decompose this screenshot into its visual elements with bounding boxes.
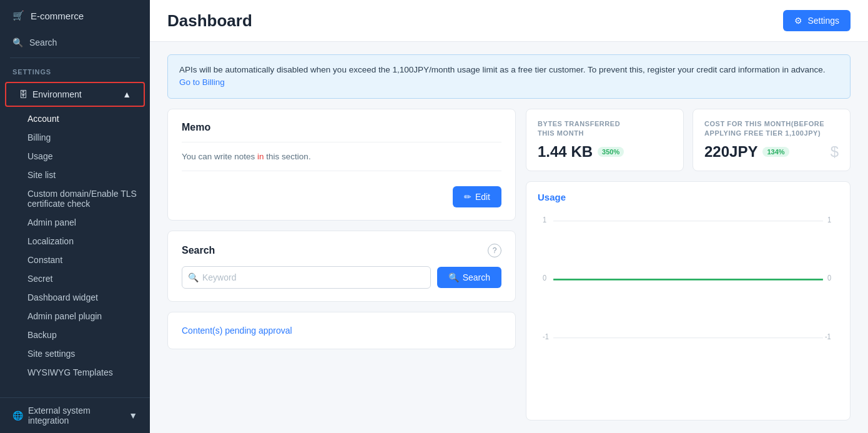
alert-banner: APIs will be automatically disabled when… <box>167 54 851 99</box>
search-input[interactable] <box>182 266 431 289</box>
main-content: Dashboard ⚙ Settings APIs will be automa… <box>150 0 868 433</box>
search-row: 🔍 🔍 Search <box>182 266 501 289</box>
usage-chart: 1 1 0 0 -1 -1 <box>538 209 839 346</box>
sidebar-subitem-site-list[interactable]: Site list <box>2 166 150 184</box>
stats-row: BYTES TRANSFERREDTHIS MONTH 1.44 KB 350%… <box>526 109 851 172</box>
settings-button[interactable]: ⚙ Settings <box>783 10 851 31</box>
stat-cost-value-row: 220JPY 134% $ <box>704 143 839 161</box>
sidebar-subitem-localization[interactable]: Localization <box>2 232 150 251</box>
pending-approval-link[interactable]: Content(s) pending approval <box>182 326 292 336</box>
sidebar-subitem-custom-domain[interactable]: Custom domain/Enable TLScertificate chec… <box>2 184 150 213</box>
search-icon: 🔍 <box>12 37 23 47</box>
environment-subitems: Account Billing Usage Site list Custom d… <box>0 109 150 382</box>
go-to-billing-link[interactable]: Go to Billing <box>179 77 225 87</box>
svg-text:0: 0 <box>827 274 831 282</box>
memo-title: Memo <box>182 122 501 133</box>
sidebar-subitem-usage[interactable]: Usage <box>2 147 150 166</box>
database-icon: 🗄 <box>19 89 27 99</box>
svg-text:0: 0 <box>543 274 546 282</box>
chevron-up-icon: ▲ <box>122 89 131 99</box>
search-help-icon[interactable]: ? <box>488 244 501 257</box>
sidebar-subitem-site-settings[interactable]: Site settings <box>2 344 150 363</box>
search-button[interactable]: 🔍 Search <box>437 267 501 288</box>
sidebar-search-label: Search <box>29 37 57 47</box>
external-integration-label: External systemintegration <box>28 406 91 426</box>
chevron-down-icon: ▼ <box>129 411 137 421</box>
pencil-icon: ✏ <box>464 192 471 202</box>
sidebar: 🛒 E-commerce 🔍 Search SETTINGS 🗄 Environ… <box>0 0 150 433</box>
stat-bytes-value-row: 1.44 KB 350% <box>538 143 672 161</box>
alert-text: APIs will be automatically disabled when… <box>179 65 826 74</box>
edit-btn-label: Edit <box>475 192 490 202</box>
environment-header[interactable]: 🗄 Environment ▲ <box>5 82 145 107</box>
usage-title: Usage <box>538 192 839 202</box>
page-title: Dashboard <box>167 11 252 31</box>
sidebar-subitem-dashboard-widget[interactable]: Dashboard widget <box>2 288 150 307</box>
top-header: Dashboard ⚙ Settings <box>150 0 868 42</box>
memo-text: You can write notes in this section. <box>182 142 501 172</box>
settings-section-label: SETTINGS <box>0 62 150 79</box>
pending-approval-card: Content(s) pending approval <box>167 312 516 349</box>
settings-btn-label: Settings <box>807 16 839 26</box>
stat-cost-label: COST FOR THIS MONTH(BEFOREAPPLYING FREE … <box>704 119 839 139</box>
stat-bytes-value: 1.44 KB <box>538 143 593 161</box>
cart-icon: 🛒 <box>12 10 24 21</box>
two-col-layout: Memo You can write notes in this section… <box>167 109 851 421</box>
sidebar-item-external-integration[interactable]: 🌐 External systemintegration ▼ <box>0 397 150 433</box>
sidebar-subitem-wysiwyg[interactable]: WYSIWYG Templates <box>2 363 150 382</box>
sidebar-subitem-billing[interactable]: Billing <box>2 128 150 147</box>
sidebar-subitem-secret[interactable]: Secret <box>2 269 150 288</box>
stat-bytes-badge: 350% <box>598 147 624 157</box>
stat-bytes-label: BYTES TRANSFERREDTHIS MONTH <box>538 119 672 139</box>
svg-text:-1: -1 <box>543 333 549 341</box>
svg-text:-1: -1 <box>825 333 831 341</box>
sidebar-subitem-backup[interactable]: Backup <box>2 326 150 344</box>
sidebar-item-search[interactable]: 🔍 Search <box>0 31 150 54</box>
right-column: BYTES TRANSFERREDTHIS MONTH 1.44 KB 350%… <box>526 109 851 421</box>
sidebar-item-ecommerce[interactable]: 🛒 E-commerce <box>0 0 150 31</box>
search-card: Search ? 🔍 🔍 Search <box>167 231 516 302</box>
search-card-title: Search <box>182 245 215 256</box>
environment-label: Environment <box>32 89 82 99</box>
gear-icon: ⚙ <box>794 16 802 26</box>
stat-cost-value: 220JPY <box>704 143 757 161</box>
left-column: Memo You can write notes in this section… <box>167 109 516 421</box>
dollar-icon: $ <box>831 143 839 161</box>
search-card-header: Search ? <box>182 244 501 257</box>
sidebar-subitem-admin-panel-plugin[interactable]: Admin panel plugin <box>2 307 150 326</box>
sidebar-subitem-constant[interactable]: Constant <box>2 251 150 269</box>
memo-card: Memo You can write notes in this section… <box>167 109 516 221</box>
usage-card: Usage 1 1 0 0 -1 -1 <box>526 181 851 421</box>
svg-text:1: 1 <box>827 216 831 224</box>
stat-cost-badge: 134% <box>762 147 789 157</box>
sidebar-subitem-admin-panel[interactable]: Admin panel <box>2 213 150 232</box>
globe-icon: 🌐 <box>12 411 23 421</box>
search-btn-label: Search <box>463 272 490 282</box>
sidebar-subitem-account[interactable]: Account <box>2 109 150 128</box>
stat-card-bytes: BYTES TRANSFERREDTHIS MONTH 1.44 KB 350% <box>526 109 684 172</box>
svg-text:1: 1 <box>543 216 546 224</box>
search-btn-icon: 🔍 <box>448 272 459 282</box>
content-area: APIs will be automatically disabled when… <box>150 42 868 433</box>
search-input-icon: 🔍 <box>188 272 199 282</box>
sidebar-divider <box>10 57 140 58</box>
sidebar-ecommerce-label: E-commerce <box>31 11 84 21</box>
search-input-wrapper: 🔍 <box>182 266 431 289</box>
stat-card-cost: COST FOR THIS MONTH(BEFOREAPPLYING FREE … <box>693 109 851 172</box>
edit-button[interactable]: ✏ Edit <box>453 186 501 207</box>
